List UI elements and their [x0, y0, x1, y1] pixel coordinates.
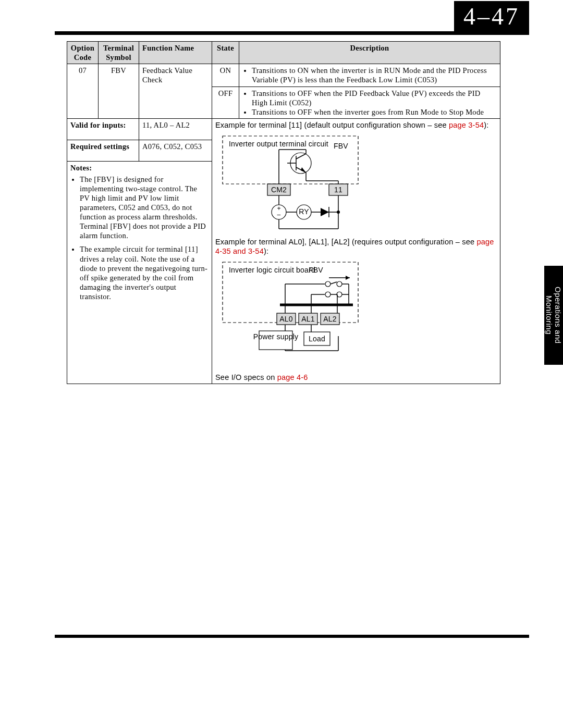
label-al2: AL2	[323, 315, 337, 323]
label-al1: AL1	[301, 315, 315, 323]
table-row: 07 FBV Feedback Value Check ON Transitio…	[67, 64, 500, 87]
label-fbv: FBV	[334, 142, 348, 150]
note-bullet: The [FBV] is designed for implementing t…	[80, 175, 209, 241]
desc-bullet: Transitions to ON when the inverter is i…	[252, 66, 497, 84]
manual-page: 4–47 Operations and Monitoring Option Co…	[0, 0, 563, 728]
table-header-row: Option Code Terminal Symbol Function Nam…	[67, 42, 500, 64]
notes-label: Notes:	[70, 164, 92, 172]
cell-valid-label: Valid for inputs:	[67, 118, 139, 140]
diagram-terminal-11: Inverter output terminal circuit FBV	[217, 133, 389, 232]
spec-table: Option Code Terminal Symbol Function Nam…	[67, 41, 500, 384]
cell-function: Feedback Value Check	[139, 64, 212, 119]
svg-point-35	[325, 292, 331, 297]
page-number-badge: 4–47	[454, 1, 529, 34]
th-option-code: Option Code	[67, 42, 99, 64]
example2-caption: Example for terminal AL0], [AL1], [AL2] …	[215, 237, 497, 256]
example1-caption: Example for terminal [11] (default outpu…	[215, 120, 497, 130]
cell-notes: Notes: The [FBV] is designed for impleme…	[67, 162, 212, 384]
diagram-al-terminals: Inverter logic circuit board FBV	[217, 259, 389, 368]
cell-required-value: A076, C052, C053	[139, 140, 212, 162]
page-link[interactable]: page 3-54	[449, 121, 484, 129]
svg-text:Power supply: Power supply	[253, 332, 298, 341]
svg-point-29	[325, 281, 331, 287]
svg-text:–: –	[277, 211, 281, 218]
svg-marker-23	[321, 208, 329, 216]
bottom-rule	[55, 635, 529, 638]
top-rule	[55, 31, 529, 35]
th-function: Function Name	[139, 42, 212, 64]
label-load: Load	[309, 335, 325, 343]
label-ry: RY	[299, 207, 309, 216]
io-specs-note: See I/O specs on page 4-6	[215, 373, 497, 382]
cell-examples: Example for terminal [11] (default outpu…	[212, 118, 500, 384]
note-bullet: The example circuit for terminal [11] dr…	[80, 244, 209, 301]
svg-line-31	[331, 282, 337, 284]
cell-valid-value: 11, AL0 – AL2	[139, 118, 212, 140]
cell-terminal: FBV	[99, 64, 139, 119]
label-11: 11	[334, 186, 342, 194]
label-cm2: CM2	[271, 186, 287, 194]
label-al0: AL0	[279, 315, 293, 323]
label-board: Inverter logic circuit board	[229, 266, 315, 274]
th-terminal: Terminal Symbol	[99, 42, 139, 64]
content-area: Option Code Terminal Symbol Function Nam…	[67, 41, 500, 384]
table-row: Valid for inputs: 11, AL0 – AL2 Example …	[67, 118, 500, 140]
desc-bullet: Transitions to OFF when the inverter goe…	[252, 107, 497, 117]
label-circuit: Inverter output terminal circuit	[229, 140, 328, 148]
th-state: State	[212, 42, 239, 64]
cell-state-off: OFF	[212, 87, 239, 118]
svg-point-25	[337, 211, 340, 214]
cell-desc-off: Transitions to OFF when the PID Feedback…	[239, 87, 500, 118]
section-tab: Operations and Monitoring	[544, 266, 563, 365]
page-link[interactable]: page 4-6	[277, 373, 308, 381]
section-tab-label: Operations and Monitoring	[545, 287, 562, 344]
desc-bullet: Transitions to OFF when the PID Feedback…	[252, 89, 497, 107]
label-fbv2: FBV	[309, 266, 323, 274]
cell-desc-on: Transitions to ON when the inverter is i…	[239, 64, 500, 87]
svg-point-30	[337, 281, 342, 287]
th-description: Description	[239, 42, 500, 64]
cell-required-label: Required settings	[67, 140, 139, 162]
cell-option-code: 07	[67, 64, 99, 119]
cell-state-on: ON	[212, 64, 239, 87]
svg-marker-28	[346, 276, 350, 280]
